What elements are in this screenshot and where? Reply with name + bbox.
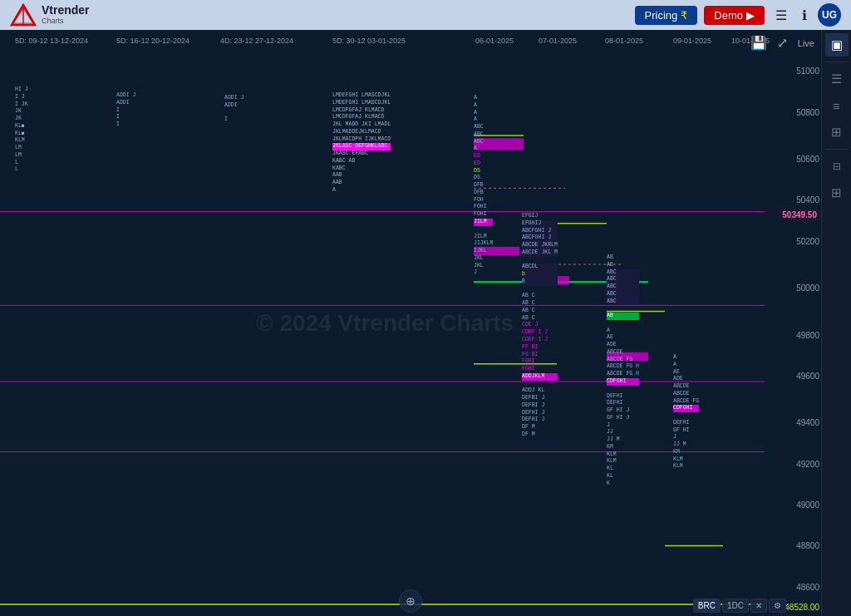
svg-rect-18	[524, 276, 569, 285]
price-50200: 50200	[796, 236, 819, 245]
logo-area: Vtrender Charts	[10, 3, 90, 27]
close-chart-button[interactable]: ✕	[750, 599, 767, 613]
price-50600: 50600	[796, 155, 819, 164]
chart-area[interactable]: 💾 ⤢ Live © 2024 Vtrender Charts	[0, 30, 821, 616]
pricing-button[interactable]: Pricing ₹	[635, 6, 698, 25]
logo-text: Vtrender Charts	[42, 4, 90, 25]
price-50000: 50000	[796, 283, 819, 293]
sidebar-divider-2	[825, 149, 849, 150]
svg-rect-19	[607, 352, 648, 362]
price-49000: 49000	[796, 500, 819, 510]
main-content: 💾 ⤢ Live © 2024 Vtrender Charts	[0, 30, 851, 616]
date-label-3: 5D: 30-12 03-01-2025	[332, 37, 406, 45]
price-48600: 48600	[796, 582, 819, 591]
logo-icon	[10, 3, 37, 27]
sidebar-layout-4grid[interactable]: ⊞	[825, 121, 849, 144]
expand-icon-button[interactable]: ⤢	[774, 33, 791, 52]
price-axis: 51000 50800 50600 50400 50349.50 50200 5…	[761, 30, 821, 616]
sidebar-layout-5grid[interactable]: ⊟	[825, 155, 849, 178]
bottom-toolbar: BRC 1DC ✕ ⚙	[688, 595, 791, 616]
chart-svg	[0, 30, 821, 616]
header: Vtrender Charts Pricing ₹ Demo ▶ ☰ ℹ UG	[0, 0, 851, 30]
price-48800: 48800	[796, 541, 819, 550]
profile-col-0701: EFGIJ EFGHIJ ABCFGHI J ABCFGHI J ABCDE J…	[522, 213, 558, 439]
profile-col-1: HI J I J I JK JK JK KL■ KL■ KLM LM LM L …	[15, 86, 28, 174]
chart-toolbar: 💾 ⤢ Live	[740, 30, 821, 56]
date-label-2: 4D: 23-12 27-12-2024	[220, 37, 293, 45]
center-view-button[interactable]: ⊕	[399, 589, 422, 613]
sidebar-layout-2col[interactable]: ☰	[825, 67, 849, 91]
rupee-icon: ₹	[681, 9, 687, 22]
profile-col-2: ADDI J ADDI I I I	[116, 92, 135, 129]
profile-col-main: LMDEFGHI LMASCDJKL LMDEFGHI LMASCDJKL LM…	[332, 92, 391, 195]
sidebar-divider-1	[825, 62, 849, 62]
header-right: Pricing ₹ Demo ▶ ☰ ℹ UG	[635, 3, 841, 27]
demo-label: Demo	[714, 9, 743, 22]
price-49400: 49400	[796, 418, 819, 427]
profile-col-0801: AB AB ABC ABC ABC ABC ABC AB A AE ADE AB…	[607, 254, 639, 488]
watermark: © 2024 Vtrender Charts	[256, 310, 514, 337]
avatar-button[interactable]: UG	[818, 3, 841, 27]
price-51000: 51000	[796, 67, 819, 76]
demo-button[interactable]: Demo ▶	[704, 6, 765, 25]
1dc-button[interactable]: 1DC	[722, 599, 749, 613]
date-label-5: 07-01-2025	[539, 37, 577, 45]
gear-button[interactable]: ⚙	[769, 599, 786, 613]
date-label-4: 06-01-2025	[475, 37, 514, 45]
price-49800: 49800	[796, 330, 819, 339]
sidebar-layout-6grid[interactable]: ⊞	[825, 181, 849, 205]
svg-rect-16	[474, 138, 524, 150]
date-label-6: 08-01-2025	[605, 37, 643, 45]
profile-col-0601: A A A A ABC ABC ABC A ED ED DS DS DFB DF…	[474, 95, 493, 277]
price-50349-highlight: 50349.50	[780, 209, 819, 220]
brc-button[interactable]: BRC	[693, 599, 721, 613]
bottom-icons-area: ⊕	[399, 589, 422, 613]
live-label: Live	[798, 38, 814, 48]
profile-col-3: ADDI J ADDI I	[224, 95, 243, 124]
date-axis: 5D: 09-12 13-12-2024 5D: 16-12 20-12-202…	[0, 37, 788, 50]
date-label-0: 5D: 09-12 13-12-2024	[15, 37, 88, 45]
menu-button[interactable]: ☰	[771, 6, 791, 25]
price-50800: 50800	[796, 107, 819, 116]
price-49600: 49600	[796, 371, 819, 380]
sidebar-single-layout[interactable]: ▣	[825, 33, 849, 57]
date-label-1: 5D: 16-12 20-12-2024	[116, 37, 189, 45]
sidebar-layout-3col[interactable]: ≡	[825, 94, 849, 117]
right-sidebar: ▣ ☰ ≡ ⊞ ⊟ ⊞	[821, 30, 851, 616]
pricing-label: Pricing	[645, 9, 678, 22]
brand-name: Vtrender	[42, 4, 90, 17]
svg-rect-17	[474, 247, 519, 256]
youtube-icon: ▶	[746, 9, 755, 22]
info-button[interactable]: ℹ	[798, 6, 811, 25]
price-50400: 50400	[796, 195, 819, 205]
save-icon-button[interactable]: 💾	[747, 33, 770, 52]
price-49200: 49200	[796, 459, 819, 468]
profile-col-0901: A A AE ADE ABCDE ABCDE ABCDE FG CDFGHI D…	[673, 354, 699, 471]
brand-sub: Charts	[42, 17, 90, 26]
date-label-7: 09-01-2025	[673, 37, 711, 45]
